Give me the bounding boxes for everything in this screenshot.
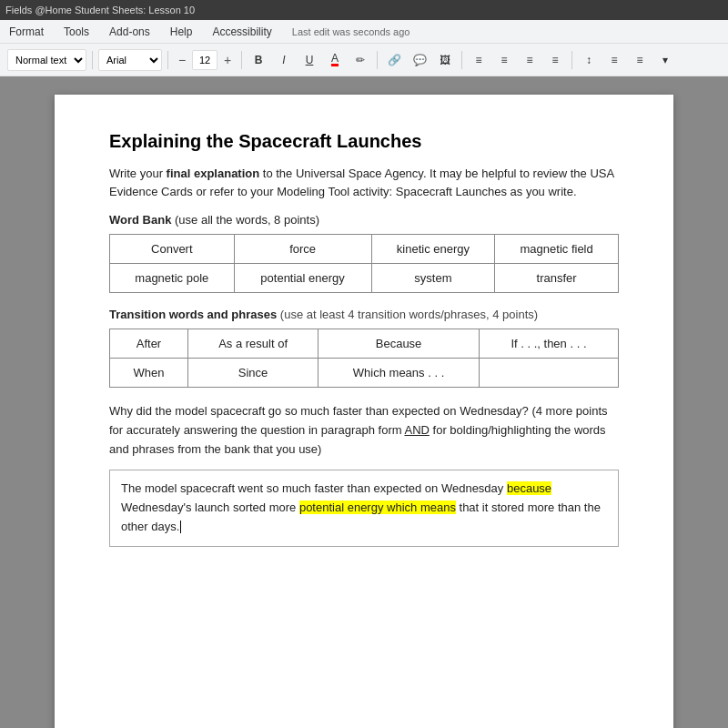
document-page: Explaining the Spacecraft Launches Write… — [55, 95, 673, 728]
align-justify-button[interactable]: ≡ — [544, 49, 566, 71]
comment-button[interactable]: 💬 — [409, 49, 430, 71]
list-unordered-button[interactable]: ≡ — [629, 49, 651, 71]
transition-which-means: Which means . . . — [318, 359, 480, 388]
font-size-minus[interactable]: − — [174, 50, 190, 70]
last-edit-status: Last edit was seconds ago — [292, 26, 410, 37]
menu-help[interactable]: Help — [167, 24, 197, 40]
font-size-area: − + — [174, 50, 236, 70]
word-system: system — [371, 264, 495, 293]
align-left-button[interactable]: ≡ — [468, 49, 490, 71]
menu-format[interactable]: Format — [5, 24, 47, 40]
answer-text-plain1: The model spacecraft went so much faster… — [121, 481, 507, 495]
menu-accessibility[interactable]: Accessibility — [208, 24, 275, 40]
menu-bar: Format Tools Add-ons Help Accessibility … — [0, 20, 728, 44]
document-title: Explaining the Spacecraft Launches — [109, 131, 619, 152]
link-button[interactable]: 🔗 — [383, 49, 405, 71]
word-magnetic-pole: magnetic pole — [110, 264, 235, 293]
menu-tools[interactable]: Tools — [60, 24, 93, 40]
align-right-button[interactable]: ≡ — [519, 49, 541, 71]
font-size-plus[interactable]: + — [219, 50, 236, 70]
transition-after: After — [110, 329, 188, 359]
font-select[interactable]: Arial — [98, 49, 162, 71]
transition-empty — [479, 359, 618, 388]
word-bank-label: Word Bank (use all the words, 8 points) — [109, 213, 619, 227]
word-bank-table: Convert force kinetic energy magnetic fi… — [109, 234, 619, 293]
style-select[interactable]: Normal text — [7, 49, 86, 71]
word-kinetic-energy: kinetic energy — [371, 235, 495, 264]
menu-addons[interactable]: Add-ons — [106, 24, 154, 40]
browser-tab-bar: Fields @Home Student Sheets: Lesson 10 — [0, 0, 728, 20]
word-convert: Convert — [110, 235, 235, 264]
toolbar: Normal text Arial − + B I U A ✏ 🔗 💬 🖼 ≡ … — [0, 44, 728, 76]
list-ordered-button[interactable]: ≡ — [603, 49, 625, 71]
answer-box[interactable]: The model spacecraft went so much faster… — [109, 470, 619, 546]
image-button[interactable]: 🖼 — [434, 49, 456, 71]
word-force: force — [234, 235, 371, 264]
toolbar-separator-2 — [167, 51, 168, 69]
transition-when: When — [110, 359, 188, 388]
transition-if-then: If . . ., then . . . — [479, 329, 618, 359]
toolbar-separator-1 — [92, 51, 93, 69]
toolbar-separator-3 — [241, 51, 242, 69]
pencil-button[interactable]: ✏ — [349, 49, 371, 71]
line-spacing-button[interactable]: ↕ — [578, 49, 600, 71]
word-magnetic-field: magnetic field — [495, 235, 619, 264]
underline-button[interactable]: U — [298, 49, 320, 71]
transition-because: Because — [318, 329, 480, 359]
toolbar-separator-5 — [461, 51, 462, 69]
transition-label: Transition words and phrases (use at lea… — [109, 308, 619, 321]
document-area: Explaining the Spacecraft Launches Write… — [0, 76, 728, 728]
transition-as-result: As a result of — [187, 329, 318, 359]
transition-since: Since — [187, 359, 318, 388]
answer-highlight1: because — [507, 481, 551, 495]
word-potential-energy: potential energy — [234, 264, 371, 293]
word-transfer: transfer — [495, 264, 619, 293]
toolbar-separator-6 — [571, 51, 572, 69]
more-button[interactable]: ▾ — [654, 49, 676, 71]
transition-table: After As a result of Because If . . ., t… — [109, 329, 619, 388]
document-intro: Write your final explanation to the Univ… — [109, 165, 619, 200]
italic-button[interactable]: I — [273, 49, 295, 71]
tab-title: Fields @Home Student Sheets: Lesson 10 — [5, 5, 195, 15]
text-cursor — [180, 521, 181, 533]
font-size-input[interactable] — [192, 50, 217, 70]
bold-button[interactable]: B — [248, 49, 269, 71]
answer-text-plain2: Wednesday's launch sorted more — [121, 500, 299, 514]
font-color-button[interactable]: A — [324, 49, 346, 71]
toolbar-separator-4 — [377, 51, 378, 69]
question-text: Why did the model spacecraft go so much … — [109, 402, 619, 459]
answer-highlight2: potential energy which means — [299, 500, 456, 514]
align-center-button[interactable]: ≡ — [493, 49, 515, 71]
